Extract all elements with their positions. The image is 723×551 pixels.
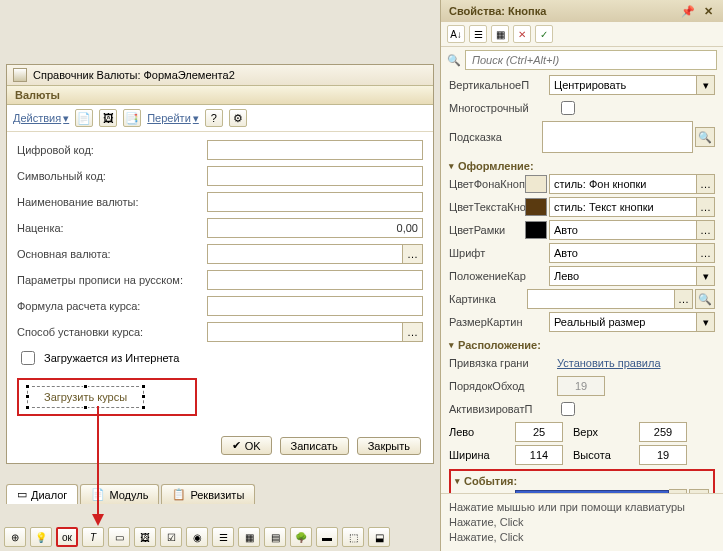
bg-color-dd[interactable]: … xyxy=(697,174,715,194)
sort-az-icon[interactable]: A↓ xyxy=(447,25,465,43)
hint-input[interactable] xyxy=(542,121,693,153)
left-label: Лево xyxy=(449,426,505,438)
bt-target-icon[interactable]: ⊕ xyxy=(4,527,26,547)
section-style[interactable]: Оформление: xyxy=(449,156,715,174)
tab-requisites[interactable]: 📋 Реквизиты xyxy=(161,484,255,504)
bt-check-icon[interactable]: ☑ xyxy=(160,527,182,547)
picture-dd[interactable]: … xyxy=(675,289,693,309)
bt-toolbar-icon[interactable]: ⬚ xyxy=(342,527,364,547)
vert-align-dd[interactable]: ▾ xyxy=(697,75,715,95)
rate-formula-input[interactable] xyxy=(207,296,423,316)
settings-icon[interactable]: ⚙ xyxy=(229,109,247,127)
pic-size-dd[interactable]: ▾ xyxy=(697,312,715,332)
digital-code-input[interactable] xyxy=(207,140,423,160)
height-input[interactable] xyxy=(639,445,687,465)
rate-method-input[interactable] xyxy=(207,322,403,342)
bt-progress-icon[interactable]: ▬ xyxy=(316,527,338,547)
close-icon[interactable]: ✕ xyxy=(701,4,715,18)
picture-label: Картинка xyxy=(449,293,527,305)
bt-grid-icon[interactable]: ▦ xyxy=(238,527,260,547)
bt-bulb-icon[interactable]: 💡 xyxy=(30,527,52,547)
hint-label: Подсказка xyxy=(449,131,542,143)
go-menu[interactable]: Перейти▾ xyxy=(147,112,199,125)
caret-input[interactable] xyxy=(549,266,697,286)
actions-menu[interactable]: Действия▾ xyxy=(13,112,69,125)
border-color-dd[interactable]: … xyxy=(697,220,715,240)
filter-icon[interactable]: ▦ xyxy=(491,25,509,43)
bt-table-icon[interactable]: ▤ xyxy=(264,527,286,547)
bt-frame-icon[interactable]: ▭ xyxy=(108,527,130,547)
from-internet-checkbox[interactable] xyxy=(21,351,35,365)
from-internet-label: Загружается из Интернета xyxy=(44,352,179,364)
bt-list-icon[interactable]: ☰ xyxy=(212,527,234,547)
markup-input[interactable] xyxy=(207,218,423,238)
vert-align-input[interactable] xyxy=(549,75,697,95)
border-color-swatch xyxy=(525,221,547,239)
name-input[interactable] xyxy=(207,192,423,212)
caret-label: ПоложениеКар xyxy=(449,270,549,282)
picture-input[interactable] xyxy=(527,289,675,309)
font-dd[interactable]: … xyxy=(697,243,715,263)
hint-magnify[interactable]: 🔍 xyxy=(695,127,715,147)
requisites-icon: 📋 xyxy=(172,488,186,501)
save-button[interactable]: Записать xyxy=(280,437,349,455)
bottom-tabs: ▭ Диалог 📄 Модуль 📋 Реквизиты xyxy=(6,484,434,504)
hint-line-1: Нажатие мышью или при помощи клавиатуры xyxy=(449,500,715,515)
properties-panel: Свойства: Кнопка 📌 ✕ A↓ ☰ ▦ ✕ ✓ 🔍 Вертик… xyxy=(440,0,723,551)
section-layout[interactable]: Расположение: xyxy=(449,335,715,353)
symbol-code-input[interactable] xyxy=(207,166,423,186)
bg-color-label: ЦветФонаКноп xyxy=(449,178,525,190)
section-events[interactable]: События: xyxy=(455,475,709,489)
ok-button[interactable]: ✔ OK xyxy=(221,436,272,455)
name-label: Наименование валюты: xyxy=(17,196,207,208)
bg-color-input[interactable] xyxy=(549,174,697,194)
anchor-label: Привязка грани xyxy=(449,357,557,369)
multiline-checkbox[interactable] xyxy=(561,101,575,115)
bt-ok-icon[interactable]: ок xyxy=(56,527,78,547)
x-icon[interactable]: ✕ xyxy=(513,25,531,43)
pic-size-input[interactable] xyxy=(549,312,697,332)
search-input[interactable] xyxy=(465,50,717,70)
bt-split-icon[interactable]: ⬓ xyxy=(368,527,390,547)
top-input[interactable] xyxy=(639,422,687,442)
search-icon: 🔍 xyxy=(447,54,461,67)
check-icon[interactable]: ✓ xyxy=(535,25,553,43)
tab-dialog[interactable]: ▭ Диалог xyxy=(6,484,78,504)
text-color-input[interactable] xyxy=(549,197,697,217)
base-currency-ellipsis[interactable]: … xyxy=(403,244,423,264)
rate-method-label: Способ установки курса: xyxy=(17,326,207,338)
pin-icon[interactable]: 📌 xyxy=(681,4,695,18)
toolbar-icon-2[interactable]: 🖼 xyxy=(99,109,117,127)
close-button[interactable]: Закрыть xyxy=(357,437,421,455)
base-currency-input[interactable] xyxy=(207,244,403,264)
properties-toolbar: A↓ ☰ ▦ ✕ ✓ xyxy=(441,22,723,47)
bt-radio-icon[interactable]: ◉ xyxy=(186,527,208,547)
left-input[interactable] xyxy=(515,422,563,442)
bt-text-icon[interactable]: T xyxy=(82,527,104,547)
picture-mag[interactable]: 🔍 xyxy=(695,289,715,309)
text-color-dd[interactable]: … xyxy=(697,197,715,217)
params-ru-input[interactable] xyxy=(207,270,423,290)
ok-check-icon: ✔ xyxy=(232,439,241,452)
toolbar-icon-3[interactable]: 📑 xyxy=(123,109,141,127)
categ-icon[interactable]: ☰ xyxy=(469,25,487,43)
window-titlebar: Справочник Валюты: ФормаЭлемента2 xyxy=(7,65,433,86)
bt-tree-icon[interactable]: 🌳 xyxy=(290,527,312,547)
text-color-label: ЦветТекстаКно xyxy=(449,201,525,213)
width-input[interactable] xyxy=(515,445,563,465)
toolbar-icon-1[interactable]: 📄 xyxy=(75,109,93,127)
form-toolbar: Действия▾ 📄 🖼 📑 Перейти▾ ? ⚙ xyxy=(7,105,433,132)
rate-method-ellipsis[interactable]: … xyxy=(403,322,423,342)
border-color-input[interactable] xyxy=(549,220,697,240)
load-rates-button[interactable]: Загрузить курсы xyxy=(27,386,144,408)
params-ru-label: Параметры прописи на русском: xyxy=(17,274,207,286)
form-group-header: Валюты xyxy=(7,86,433,105)
help-icon[interactable]: ? xyxy=(205,109,223,127)
caret-dd[interactable]: ▾ xyxy=(697,266,715,286)
anchor-link[interactable]: Установить правила xyxy=(557,357,661,369)
tab-module[interactable]: 📄 Модуль xyxy=(80,484,159,504)
font-input[interactable] xyxy=(549,243,697,263)
width-label: Ширина xyxy=(449,449,505,461)
bt-image-icon[interactable]: 🖼 xyxy=(134,527,156,547)
activate-checkbox[interactable] xyxy=(561,402,575,416)
